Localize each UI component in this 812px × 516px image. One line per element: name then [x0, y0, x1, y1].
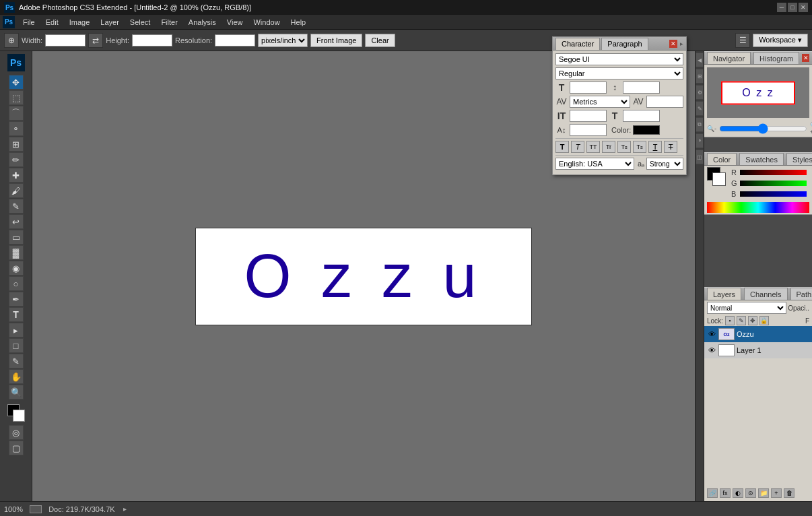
- minimize-button[interactable]: ─: [777, 3, 786, 12]
- pen-tool[interactable]: ✒: [9, 292, 24, 307]
- tab-channels[interactable]: Channels: [744, 288, 787, 300]
- strip-toggle[interactable]: ◀: [696, 53, 704, 67]
- tool-mode-icon[interactable]: ⊕: [4, 33, 19, 48]
- layer-folder-button[interactable]: 📁: [758, 488, 769, 498]
- gradient-tool[interactable]: ▓: [9, 245, 24, 260]
- window-controls[interactable]: ─ □ ✕: [777, 3, 808, 12]
- kerning-select[interactable]: Metrics: [570, 96, 630, 108]
- height-input[interactable]: [132, 34, 172, 46]
- horiz-scale-input[interactable]: 213%: [623, 110, 660, 122]
- zoom-slider[interactable]: [719, 123, 807, 134]
- style-smallcaps[interactable]: Tr: [602, 141, 615, 153]
- hand-tool[interactable]: ✋: [9, 369, 24, 384]
- style-subscript[interactable]: Ts: [633, 141, 646, 153]
- screen-mode-btn[interactable]: ▢: [9, 441, 24, 455]
- layer-adjustment-button[interactable]: ⊙: [745, 488, 756, 498]
- vert-scale-input[interactable]: 149%: [570, 110, 607, 122]
- font-style-select[interactable]: Regular: [555, 67, 683, 79]
- channel-g-bar[interactable]: [740, 181, 807, 186]
- menu-analysis[interactable]: Analysis: [183, 17, 222, 28]
- menu-layer[interactable]: Layer: [95, 17, 125, 28]
- move-tool[interactable]: ✥: [9, 75, 24, 90]
- font-size-input[interactable]: 68 pt: [570, 82, 607, 94]
- swap-icon[interactable]: ⇄: [88, 33, 103, 48]
- menu-filter[interactable]: Filter: [156, 17, 182, 28]
- strip-icon-2[interactable]: ⚙: [696, 85, 704, 100]
- delete-layer-button[interactable]: 🗑: [784, 488, 794, 498]
- layer-eye-layer1[interactable]: 👁: [707, 346, 716, 355]
- path-select-tool[interactable]: ▸: [9, 323, 24, 337]
- bg-chip[interactable]: [712, 172, 726, 186]
- eyedropper-tool[interactable]: ✏: [9, 152, 24, 167]
- lock-transparency[interactable]: ▪: [725, 316, 735, 325]
- close-button[interactable]: ✕: [799, 3, 808, 12]
- style-bold[interactable]: T: [555, 141, 569, 153]
- quick-mask-btn[interactable]: ◎: [9, 425, 24, 440]
- channel-b-bar[interactable]: [740, 191, 807, 197]
- layer-row-layer1[interactable]: 👁 Layer 1: [704, 342, 812, 358]
- menu-window[interactable]: Window: [248, 17, 285, 28]
- background-color[interactable]: [13, 410, 25, 422]
- fg-bg-color[interactable]: [7, 404, 25, 422]
- new-layer-button[interactable]: +: [771, 488, 782, 498]
- front-image-button[interactable]: Front Image: [310, 34, 362, 47]
- tab-character[interactable]: Character: [555, 38, 600, 50]
- style-superscript[interactable]: Ts: [617, 141, 631, 153]
- doc-info-arrow[interactable]: ▸: [123, 505, 127, 513]
- tab-paragraph[interactable]: Paragraph: [601, 38, 648, 50]
- lock-position[interactable]: ✥: [748, 316, 757, 325]
- workspace-icon[interactable]: ☰: [735, 33, 750, 48]
- type-tool[interactable]: T: [9, 307, 24, 322]
- crop-tool[interactable]: ⊞: [9, 137, 24, 152]
- tab-styles[interactable]: Styles: [786, 153, 812, 165]
- tab-histogram[interactable]: Histogram: [753, 52, 799, 64]
- tab-navigator[interactable]: Navigator: [707, 52, 751, 64]
- channel-r-bar[interactable]: [740, 170, 807, 175]
- style-strikethrough[interactable]: T: [664, 141, 677, 153]
- resolution-input[interactable]: [215, 34, 255, 46]
- zoom-tool[interactable]: 🔍: [9, 385, 24, 399]
- history-brush[interactable]: ↩: [9, 214, 24, 229]
- strip-icon-4[interactable]: ⧉: [696, 117, 704, 132]
- zoom-out-icon[interactable]: 🔍-: [707, 125, 716, 132]
- color-spectrum[interactable]: [707, 202, 809, 213]
- character-panel-close[interactable]: ✕: [669, 40, 677, 48]
- tab-swatches[interactable]: Swatches: [739, 153, 784, 165]
- color-chips[interactable]: [707, 167, 726, 186]
- quick-select-tool[interactable]: ⚬: [9, 121, 24, 136]
- menu-edit[interactable]: Edit: [40, 17, 64, 28]
- strip-icon-3[interactable]: ✎: [696, 101, 704, 116]
- shape-tool[interactable]: □: [9, 338, 24, 353]
- layer-row-ozzu[interactable]: 👁 Oz Ozzu: [704, 326, 812, 342]
- resolution-unit-select[interactable]: pixels/inch: [258, 34, 308, 47]
- dodge-tool[interactable]: ○: [9, 276, 24, 291]
- baseline-input[interactable]: -20 pt: [570, 124, 607, 136]
- style-italic[interactable]: T: [571, 141, 584, 153]
- tracking-input[interactable]: 180: [646, 96, 683, 108]
- strip-icon-1[interactable]: ⊞: [696, 69, 704, 84]
- strip-icon-5[interactable]: ⚬: [696, 133, 704, 148]
- menu-file[interactable]: File: [18, 17, 40, 28]
- layer-link-button[interactable]: 🔗: [707, 488, 718, 498]
- notes-tool[interactable]: ✎: [9, 354, 24, 368]
- maximize-button[interactable]: □: [788, 3, 797, 12]
- workspace-button[interactable]: Workspace ▾: [753, 34, 808, 47]
- character-panel-expand[interactable]: ▸: [680, 40, 683, 47]
- lock-all[interactable]: 🔒: [759, 316, 769, 325]
- clone-tool[interactable]: ✎: [9, 199, 24, 214]
- blend-mode-select[interactable]: Normal: [707, 302, 786, 314]
- tab-layers[interactable]: Layers: [707, 288, 741, 300]
- style-allcaps[interactable]: TT: [586, 141, 600, 153]
- lock-image[interactable]: ✎: [737, 316, 746, 325]
- blur-tool[interactable]: ◉: [9, 261, 24, 276]
- lasso-tool[interactable]: ⌒: [9, 106, 24, 121]
- style-underline[interactable]: T: [648, 141, 662, 153]
- menu-image[interactable]: Image: [64, 17, 96, 28]
- clear-button[interactable]: Clear: [365, 34, 395, 47]
- language-select[interactable]: English: USA: [555, 158, 634, 170]
- strip-icon-6[interactable]: ◫: [696, 150, 704, 164]
- healing-tool[interactable]: ✚: [9, 168, 24, 183]
- width-input[interactable]: [45, 34, 86, 46]
- font-family-select[interactable]: Segoe UI: [555, 53, 683, 65]
- menu-select[interactable]: Select: [125, 17, 156, 28]
